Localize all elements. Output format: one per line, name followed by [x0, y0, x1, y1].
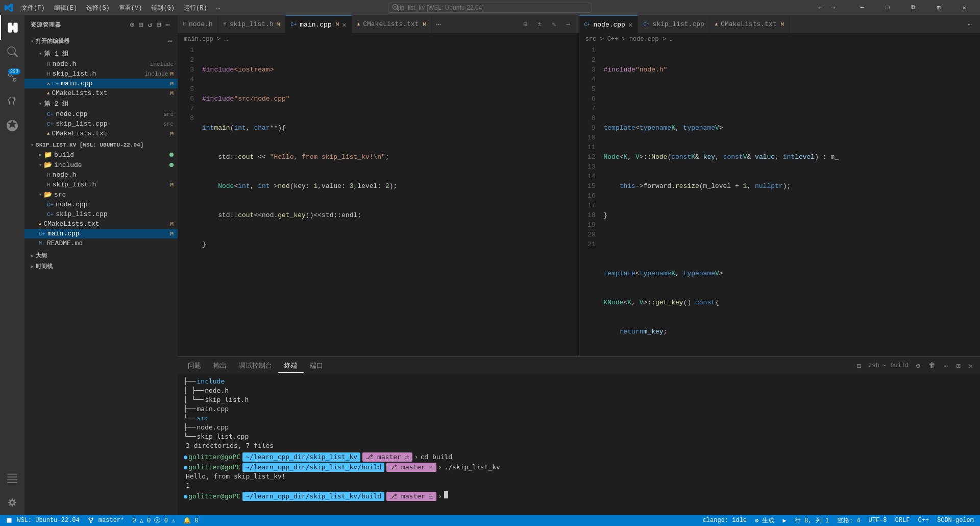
status-errors[interactable]: 0 △ 0 ⓧ 0 ⚠ — [130, 516, 177, 525]
menu-select[interactable]: 选择(S) — [82, 3, 114, 13]
nav-forward[interactable]: → — [828, 3, 838, 13]
right-line-numbers: 1 2 3 4 5 6 7 8 9 10 11 12 13 14 — [579, 45, 600, 356]
activity-extensions[interactable] — [0, 113, 24, 138]
terminal-maximize[interactable]: ⊞ — [953, 361, 963, 371]
tab-main-cpp[interactable]: C+ main.cpp M ✕ — [285, 15, 352, 33]
activity-search[interactable] — [0, 40, 24, 64]
activity-debug[interactable] — [0, 89, 24, 113]
sidebar-refresh-icon[interactable]: ↺ — [147, 19, 154, 30]
tree-node-cpp[interactable]: C+ node.cpp — [24, 200, 178, 209]
tab-ports[interactable]: 端口 — [304, 359, 329, 372]
terminal-split[interactable]: ⊟ — [854, 361, 864, 371]
status-clangd[interactable]: clangd: idle — [701, 517, 749, 524]
tree-build[interactable]: ▶ 📁 build — [24, 150, 178, 160]
terminal-close[interactable]: ✕ — [966, 361, 976, 371]
win-btn-close[interactable]: ✕ — [952, 0, 976, 15]
status-build[interactable]: ⚙ 生成 — [753, 516, 776, 525]
win-btn-maximize[interactable]: □ — [876, 0, 899, 15]
tree-readme[interactable]: M↓ README.md — [24, 238, 178, 248]
menu-view[interactable]: 查看(V) — [115, 3, 146, 13]
tree-node-h[interactable]: H node.h — [24, 170, 178, 180]
sidebar-collapse-icon[interactable]: ⊟ — [156, 19, 162, 30]
activity-source-control[interactable]: 223 — [0, 64, 24, 89]
open-editors-more[interactable]: ⋯ — [167, 36, 174, 46]
terminal-add[interactable]: ⊕ — [913, 361, 923, 371]
terminal-trash[interactable]: 🗑 — [925, 361, 939, 371]
win-btn-restore[interactable]: ⧉ — [901, 0, 925, 15]
tree-skip-list-h[interactable]: H skip_list.h M — [24, 180, 178, 189]
right-more-actions[interactable]: ⋯ — [964, 18, 976, 31]
open-editor-node-h[interactable]: H node.h include — [24, 59, 178, 69]
win-btn-layout[interactable]: ⊞ — [927, 0, 950, 15]
tree-src[interactable]: ▾ 📂 src — [24, 189, 178, 200]
tab-problems[interactable]: 问题 — [182, 359, 207, 372]
left-more-actions[interactable]: ⋯ — [562, 18, 575, 31]
status-wsl[interactable]: WSL: Ubuntu-22.04 — [4, 517, 82, 524]
open-editor-cmake-2[interactable]: ▲ CMakeLists.txt M — [24, 129, 178, 138]
tree-include[interactable]: ▾ 📂 include — [24, 160, 178, 170]
title-search-input[interactable] — [388, 3, 592, 13]
tab-node-h[interactable]: H node.h — [178, 15, 218, 33]
term-tree-icon-2: │ ├── — [184, 386, 204, 395]
tab-output[interactable]: 输出 — [207, 359, 233, 372]
status-golem[interactable]: SCDN-golem — [935, 517, 976, 524]
open-editor-main-cpp[interactable]: ✕ C+ main.cpp M — [24, 79, 178, 88]
status-eol[interactable]: CRLF — [893, 517, 912, 524]
activity-explorer[interactable] — [0, 15, 24, 40]
left-split-editor[interactable]: ⊟ — [520, 18, 532, 31]
left-code-editor[interactable]: 1 2 3 4 5 6 7 8 #include <iostream> #inc… — [178, 45, 579, 356]
tab-node-cpp[interactable]: C+ node.cpp ✕ — [579, 15, 639, 33]
status-branch[interactable]: master* — [86, 517, 127, 524]
right-code-editor[interactable]: 1 2 3 4 5 6 7 8 9 10 11 12 13 14 — [579, 45, 981, 356]
group1-header[interactable]: ▾ 第 1 组 — [24, 48, 178, 59]
win-btn-minimize[interactable]: ─ — [850, 0, 874, 15]
status-notifications[interactable]: 🔔 0 — [181, 517, 200, 524]
term-tree-icon-3: │ └── — [184, 395, 204, 404]
left-open-changes[interactable]: ± — [534, 18, 546, 31]
tab-terminal[interactable]: 终端 — [278, 359, 304, 373]
timeline-header[interactable]: ▶ 时间线 — [24, 261, 178, 272]
activity-outline[interactable] — [0, 466, 24, 490]
sidebar-more-icon[interactable]: ⋯ — [165, 19, 172, 30]
tab-cmake-left[interactable]: ▲ CMakeLists.txt M — [352, 15, 432, 33]
terminal-content[interactable]: ├── include │ ├── node.h │ └── skip_list… — [178, 375, 980, 515]
status-language[interactable]: C++ — [916, 517, 931, 524]
h-icon-1: H — [47, 61, 51, 67]
open-editors-header[interactable]: ▾ 打开的编辑器 ⋯ — [24, 34, 178, 48]
tab-main-cpp-close[interactable]: ✕ — [342, 20, 346, 29]
tab-skip-list-h[interactable]: H skip_list.h M — [218, 15, 285, 33]
left-tabs-bar: H node.h H skip_list.h M C+ main.cpp M ✕ — [178, 15, 579, 33]
status-indent[interactable]: 空格: 4 — [835, 516, 863, 525]
nav-back[interactable]: ← — [815, 3, 825, 13]
status-cursor[interactable]: 行 8, 列 1 — [793, 516, 831, 525]
tab-cmake-right[interactable]: ▲ CMakeLists.txt M — [710, 15, 790, 33]
menu-file[interactable]: 文件(F) — [17, 3, 49, 13]
status-encoding[interactable]: UTF-8 — [867, 517, 889, 524]
open-editor-skip-list-h[interactable]: H skip_list.h include M — [24, 69, 178, 79]
open-editor-node-cpp[interactable]: C+ node.cpp src — [24, 109, 178, 119]
menu-goto[interactable]: 转到(G) — [147, 3, 179, 13]
status-run[interactable]: ▶ — [780, 517, 788, 524]
menu-edit[interactable]: 编辑(E) — [50, 3, 82, 13]
tab-skip-list-cpp[interactable]: C+ skip_list.cpp — [638, 15, 709, 33]
open-editor-skip-list-cpp[interactable]: C+ skip_list.cpp src — [24, 119, 178, 129]
tree-skip-list-cpp[interactable]: C+ skip_list.cpp — [24, 209, 178, 219]
menu-more[interactable]: … — [212, 3, 224, 13]
tab-node-cpp-close[interactable]: ✕ — [628, 20, 632, 29]
tab-debug-console[interactable]: 调试控制台 — [233, 359, 278, 372]
tree-main-cpp[interactable]: C+ main.cpp M — [24, 229, 178, 238]
sidebar-new-file-icon[interactable]: ⊕ — [129, 19, 136, 30]
left-tabs-more[interactable]: ⋯ — [432, 19, 445, 30]
sidebar-new-folder-icon[interactable]: ⊞ — [138, 19, 144, 30]
tree-cmake-root[interactable]: ▲ CMakeLists.txt M — [24, 219, 178, 229]
close-icon-main[interactable]: ✕ — [47, 81, 50, 87]
terminal-more[interactable]: ⋯ — [941, 361, 951, 371]
outline-header[interactable]: ▶ 大纲 — [24, 250, 178, 261]
group2-header[interactable]: ▾ 第 2 组 — [24, 98, 178, 109]
project-header[interactable]: ▾ SKIP_LIST_KV [WSL: UBUNTU-22.04] — [24, 140, 178, 150]
open-editor-cmake-1[interactable]: ▲ CMakeLists.txt M — [24, 88, 178, 98]
cmake-root-label: CMakeLists.txt — [43, 220, 168, 228]
activity-settings[interactable] — [0, 490, 24, 515]
left-inline-chat[interactable]: ✎ — [548, 18, 560, 31]
menu-run[interactable]: 运行(R) — [180, 3, 211, 13]
